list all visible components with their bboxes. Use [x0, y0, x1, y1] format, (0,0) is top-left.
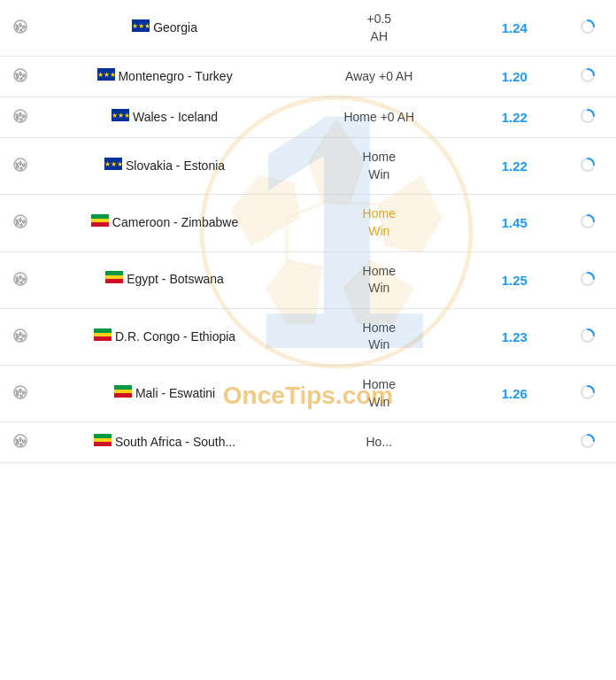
odds-cell: 1.23 — [469, 308, 559, 365]
odds-value: 1.22 — [502, 158, 527, 174]
action-cell[interactable] — [559, 97, 616, 138]
odds-value: 1.22 — [502, 110, 527, 125]
action-cell[interactable] — [559, 0, 616, 57]
odds-cell: 1.20 — [469, 57, 559, 97]
svg-rect-85 — [114, 390, 132, 393]
spinner-icon[interactable] — [580, 23, 596, 37]
team-home: D.R. Congo — [115, 329, 180, 344]
svg-rect-66 — [105, 279, 123, 283]
tip-cell: +0.5AH — [289, 0, 469, 57]
match-name: Georgia — [153, 20, 197, 35]
svg-rect-86 — [114, 393, 132, 398]
table-row: D.R. Congo - Ethiopia HomeWin 1.23 — [0, 308, 616, 365]
team-home: Wales — [133, 110, 166, 124]
team-away: Turkey — [195, 69, 232, 83]
tip-cell: Ho... — [289, 422, 469, 463]
svg-rect-65 — [105, 275, 123, 279]
match-cell: ★★★ Montenegro - Turkey — [41, 57, 289, 97]
odds-cell: 1.22 — [469, 138, 559, 195]
odds-cell — [469, 422, 559, 463]
table-row: Cameroon - Zimbabwe HomeWin 1.45 — [0, 195, 616, 251]
action-cell[interactable] — [559, 365, 616, 421]
tip-text: Home +0 AH — [343, 110, 414, 124]
team-home: Mali — [135, 386, 158, 400]
soccer-icon-cell — [0, 365, 41, 421]
team-away: Iceland — [178, 110, 218, 124]
svg-text:★★★: ★★★ — [97, 71, 115, 79]
flag-icon: ★★★ — [112, 110, 129, 124]
flag-icon — [91, 215, 109, 229]
svg-rect-95 — [94, 438, 112, 442]
svg-rect-84 — [114, 385, 132, 390]
flag-icon — [114, 386, 132, 400]
svg-marker-89 — [19, 437, 22, 442]
soccer-icon-cell — [0, 0, 41, 57]
action-cell[interactable] — [559, 57, 616, 97]
table-row: South Africa - South... Ho... — [0, 422, 616, 463]
table-row: Egypt - Botswana HomeWin 1.25 — [0, 251, 616, 308]
odds-cell: 1.25 — [469, 251, 559, 308]
spinner-icon[interactable] — [580, 389, 596, 403]
tip-text: HomeWin — [363, 264, 396, 296]
action-cell[interactable] — [559, 138, 616, 195]
odds-cell: 1.45 — [469, 195, 559, 251]
spinner-icon[interactable] — [580, 112, 596, 127]
odds-value: 1.45 — [502, 215, 527, 230]
svg-rect-75 — [94, 333, 112, 336]
match-name: South Africa - South... — [115, 435, 235, 449]
action-cell[interactable] — [559, 251, 616, 308]
spinner-icon[interactable] — [580, 218, 596, 232]
tip-cell: HomeWin — [289, 195, 469, 251]
svg-marker-22 — [19, 71, 22, 76]
spinner-icon[interactable] — [580, 437, 596, 452]
soccer-icon-cell — [0, 308, 41, 365]
soccer-icon-cell — [0, 195, 41, 251]
svg-marker-53 — [15, 219, 19, 222]
tip-text: HomeWin — [363, 377, 396, 409]
action-cell[interactable] — [559, 195, 616, 251]
flag-icon — [105, 272, 123, 286]
spinner-icon[interactable] — [580, 275, 596, 290]
tip-text: HomeWin — [363, 150, 396, 182]
svg-marker-70 — [22, 334, 26, 338]
team-home: Slovakia — [126, 158, 173, 173]
team-away: Eswatini — [169, 386, 215, 400]
svg-marker-50 — [22, 220, 26, 224]
table-row: ★★★ Slovakia - Estonia HomeWin 1.22 — [0, 138, 616, 195]
svg-marker-81 — [19, 394, 23, 398]
odds-cell: 1.26 — [469, 365, 559, 421]
match-cell: South Africa - South... — [41, 422, 289, 463]
match-cell: ★★★ Wales - Iceland — [41, 97, 289, 138]
svg-text:★★★: ★★★ — [112, 112, 129, 120]
team-home: Egypt — [127, 272, 158, 286]
svg-marker-40 — [19, 160, 22, 166]
team-away: Estonia — [183, 158, 225, 173]
match-name: Georgia — [153, 20, 197, 35]
svg-marker-17 — [15, 24, 19, 27]
odds-value: 1.25 — [502, 273, 527, 288]
svg-marker-79 — [19, 388, 22, 393]
odds-value: 1.24 — [502, 20, 527, 35]
spinner-icon[interactable] — [580, 161, 596, 175]
svg-rect-96 — [94, 442, 112, 446]
odds-value: 1.23 — [502, 329, 527, 344]
spinner-icon[interactable] — [580, 332, 596, 346]
svg-marker-32 — [22, 114, 26, 119]
svg-marker-23 — [22, 73, 26, 78]
table-row: Mali - Eswatini HomeWin 1.26 — [0, 365, 616, 421]
soccer-icon-cell — [0, 422, 41, 463]
flag-icon — [94, 435, 112, 449]
tip-text: Away +0 AH — [345, 69, 412, 83]
svg-rect-74 — [94, 328, 112, 333]
svg-marker-83 — [15, 390, 19, 393]
svg-marker-59 — [19, 274, 22, 280]
match-cell: D.R. Congo - Ethiopia — [41, 308, 289, 365]
flag-icon — [94, 329, 112, 344]
team-away: Ethiopia — [191, 329, 236, 344]
action-cell[interactable] — [559, 422, 616, 463]
action-cell[interactable] — [559, 308, 616, 365]
match-name: Cameroon - Zimbabwe — [112, 215, 238, 229]
spinner-icon[interactable] — [580, 72, 596, 86]
table-row: ★★★ Wales - Iceland Home +0 AH 1.22 — [0, 97, 616, 138]
match-name: D.R. Congo - Ethiopia — [115, 329, 235, 344]
